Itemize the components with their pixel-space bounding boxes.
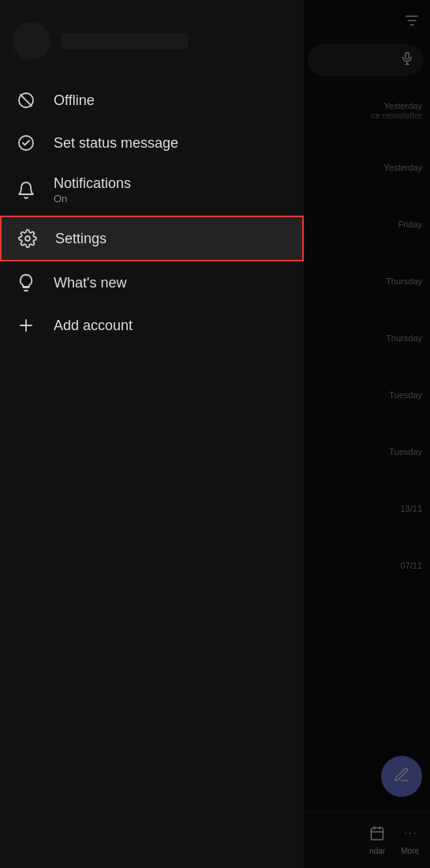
notifications-label: Notifications bbox=[54, 175, 131, 192]
sidebar-drawer: Offline Set status message bbox=[0, 0, 304, 868]
svg-point-16 bbox=[25, 236, 30, 241]
set-status-label: Set status message bbox=[54, 135, 178, 152]
whats-new-label: What's new bbox=[54, 275, 126, 291]
sidebar-item-settings[interactable]: Settings bbox=[0, 216, 304, 261]
set-status-text: Set status message bbox=[54, 135, 178, 152]
settings-text: Settings bbox=[55, 231, 107, 247]
sidebar-menu: Offline Set status message bbox=[0, 73, 304, 353]
plus-icon bbox=[16, 315, 36, 336]
username-bar bbox=[62, 33, 188, 49]
offline-label: Offline bbox=[54, 92, 95, 109]
sidebar-item-add-account[interactable]: Add account bbox=[0, 304, 304, 347]
svg-line-14 bbox=[21, 95, 32, 106]
gear-icon bbox=[17, 228, 38, 249]
sidebar-item-set-status[interactable]: Set status message bbox=[0, 122, 304, 164]
whats-new-text: What's new bbox=[54, 275, 126, 291]
drawer-overlay[interactable] bbox=[301, 0, 430, 868]
lightbulb-icon bbox=[16, 272, 36, 293]
settings-label: Settings bbox=[55, 231, 107, 247]
sidebar-item-offline[interactable]: Offline bbox=[0, 79, 304, 122]
notifications-sublabel: On bbox=[54, 193, 131, 205]
add-account-text: Add account bbox=[54, 318, 133, 334]
app-layout: Yesterday ce newsletter Yesterday Friday… bbox=[0, 0, 430, 868]
status-icon bbox=[16, 133, 36, 153]
sidebar-header bbox=[0, 0, 304, 73]
sidebar-item-whats-new[interactable]: What's new bbox=[0, 261, 304, 304]
add-account-label: Add account bbox=[54, 318, 133, 334]
offline-text: Offline bbox=[54, 92, 95, 109]
notifications-text: Notifications On bbox=[54, 175, 131, 205]
avatar bbox=[13, 22, 50, 60]
bell-icon bbox=[16, 180, 36, 201]
sidebar-item-notifications[interactable]: Notifications On bbox=[0, 164, 304, 216]
offline-icon bbox=[16, 90, 36, 111]
